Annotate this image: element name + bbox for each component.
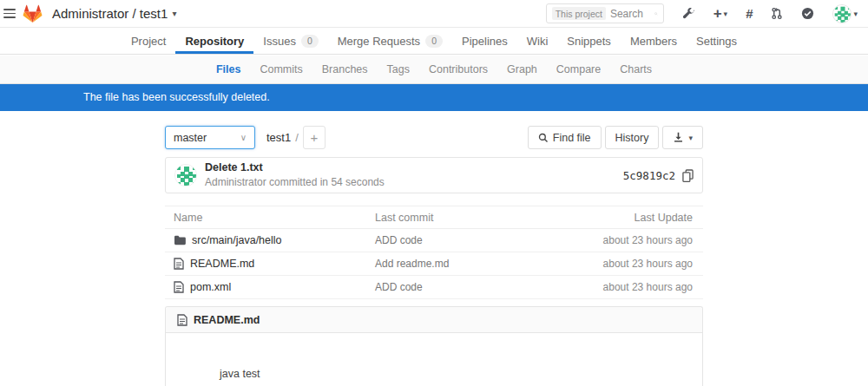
file-name-link[interactable]: src/main/java/hello: [192, 234, 282, 246]
commit-message-link[interactable]: ADD code: [375, 234, 603, 246]
folder-icon: [174, 235, 186, 245]
copy-sha-button[interactable]: [682, 169, 694, 182]
commit-meta-text: Administrator committed in 54 seconds: [205, 175, 385, 189]
table-row[interactable]: pom.xml ADD code about 23 hours ago: [165, 276, 703, 299]
commit-message-link[interactable]: ADD code: [375, 281, 603, 293]
search-icon: [654, 9, 658, 19]
file-tree-header-row: Name Last commit Last Update: [165, 206, 703, 229]
last-update-text: about 23 hours ago: [603, 281, 703, 293]
table-row[interactable]: README.md Add readme.md about 23 hours a…: [165, 252, 703, 276]
hamburger-menu-icon[interactable]: [3, 9, 16, 18]
tab-snippets[interactable]: Snippets: [557, 29, 621, 54]
project-nav-tabs: Project Repository Issues 0 Merge Reques…: [0, 29, 868, 55]
commit-title-link[interactable]: Delete 1.txt: [205, 160, 385, 175]
commit-sha-link[interactable]: 5c9819c2: [623, 169, 675, 182]
committer-avatar: [174, 164, 197, 186]
new-plus-dropdown[interactable]: + ▾: [713, 6, 727, 21]
project-breadcrumb-label: Administrator / test1: [52, 6, 168, 21]
issues-hash-icon[interactable]: #: [746, 6, 753, 21]
readme-preview-panel: README.md java test: [165, 306, 703, 386]
tab-members[interactable]: Members: [621, 29, 687, 54]
subtab-branches[interactable]: Branches: [312, 63, 378, 75]
chevron-down-icon: ▾: [853, 10, 858, 18]
repository-sub-nav: Files Commits Branches Tags Contributors…: [0, 56, 868, 84]
merge-requests-count-badge: 0: [425, 35, 443, 49]
file-name-link[interactable]: README.md: [190, 258, 254, 270]
add-file-button[interactable]: +: [303, 126, 326, 149]
flash-notice-banner: The file has been successfully deleted.: [0, 84, 868, 111]
chevron-down-icon: ▾: [688, 134, 693, 142]
subtab-compare[interactable]: Compare: [547, 63, 610, 75]
tab-settings[interactable]: Settings: [687, 29, 746, 54]
last-update-text: about 23 hours ago: [603, 234, 703, 246]
gitlab-logo-icon[interactable]: [23, 4, 43, 23]
download-dropdown-button[interactable]: ▾: [662, 126, 703, 149]
admin-wrench-icon[interactable]: [682, 7, 695, 20]
branch-selector[interactable]: master ∨: [165, 126, 255, 149]
search-scope-badge: This project: [552, 7, 606, 20]
tab-pipelines[interactable]: Pipelines: [452, 29, 517, 54]
top-header-bar: Administrator / test1 ▾ This project + ▾…: [0, 0, 868, 28]
todos-check-icon[interactable]: [801, 7, 814, 20]
repository-files-content: master ∨ test1 / + Find file History: [165, 111, 703, 386]
tab-repository[interactable]: Repository: [175, 29, 253, 54]
subtab-graph[interactable]: Graph: [497, 63, 547, 75]
find-file-button[interactable]: Find file: [528, 126, 602, 149]
issues-count-badge: 0: [301, 35, 319, 49]
search-input[interactable]: [610, 8, 650, 20]
subtab-commits[interactable]: Commits: [250, 63, 312, 75]
user-avatar: [832, 4, 852, 23]
search-box[interactable]: This project: [546, 3, 664, 23]
readme-paragraph: java test: [220, 368, 260, 380]
user-avatar-dropdown[interactable]: ▾: [832, 4, 858, 23]
subtab-tags[interactable]: Tags: [378, 63, 419, 75]
tab-issues[interactable]: Issues 0: [253, 29, 327, 54]
file-name-link[interactable]: pom.xml: [190, 281, 231, 293]
file-icon: [177, 314, 187, 326]
file-tree-table: Name Last commit Last Update src/main/ja…: [165, 206, 703, 299]
flash-message: The file has been successfully deleted.: [83, 91, 270, 103]
branch-selector-value: master: [174, 132, 207, 144]
commit-message-link[interactable]: Add readme.md: [375, 258, 603, 270]
project-breadcrumb-dropdown[interactable]: Administrator / test1 ▾: [52, 6, 176, 21]
tab-wiki[interactable]: Wiki: [517, 29, 558, 54]
plus-icon: +: [713, 6, 722, 21]
subtab-files[interactable]: Files: [207, 63, 251, 75]
chevron-down-icon: ▾: [172, 9, 176, 18]
chevron-down-icon: ∨: [240, 133, 247, 142]
column-header-last-commit: Last commit: [375, 212, 635, 224]
search-icon: [538, 133, 549, 143]
last-commit-panel: Delete 1.txt Administrator committed in …: [165, 157, 703, 193]
clipboard-icon: [682, 169, 694, 182]
table-row[interactable]: src/main/java/hello ADD code about 23 ho…: [165, 229, 703, 252]
file-icon: [174, 281, 184, 293]
chevron-down-icon: ▾: [724, 10, 728, 18]
readme-content: java test: [166, 333, 702, 386]
column-header-last-update: Last Update: [635, 212, 703, 224]
subtab-contributors[interactable]: Contributors: [419, 63, 497, 75]
tab-merge-requests[interactable]: Merge Requests 0: [328, 29, 452, 54]
file-icon: [174, 258, 184, 270]
readme-header: README.md: [166, 307, 702, 333]
history-button[interactable]: History: [605, 126, 660, 149]
tree-toolbar: master ∨ test1 / + Find file History: [165, 126, 703, 149]
tab-project[interactable]: Project: [122, 29, 175, 54]
breadcrumb-separator: /: [295, 131, 299, 144]
merge-requests-icon[interactable]: [771, 7, 783, 20]
download-icon: [673, 132, 684, 143]
last-update-text: about 23 hours ago: [603, 258, 703, 270]
subtab-charts[interactable]: Charts: [610, 63, 661, 75]
breadcrumb-project-link[interactable]: test1: [266, 131, 291, 144]
readme-filename-link[interactable]: README.md: [194, 314, 260, 326]
column-header-name: Name: [165, 212, 375, 224]
